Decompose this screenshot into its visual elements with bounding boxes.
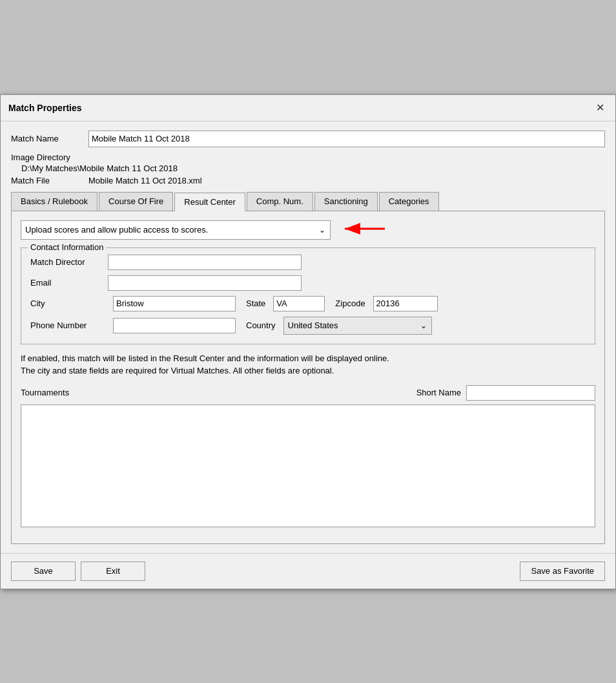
footer: Save Exit Save as Favorite <box>1 553 615 589</box>
match-director-label: Match Director <box>30 257 108 267</box>
country-select[interactable]: United States Canada United Kingdom <box>283 317 432 335</box>
match-name-label: Match Name <box>11 134 88 143</box>
tab-sanctioning[interactable]: Sanctioning <box>314 192 378 211</box>
exit-button[interactable]: Exit <box>81 562 145 581</box>
phone-label: Phone Number <box>30 320 108 330</box>
red-arrow <box>340 221 391 238</box>
city-label: City <box>30 299 108 308</box>
tab-content-resultcenter: Upload scores and allow public access to… <box>11 211 605 544</box>
contact-info-group: Contact Information Match Director Email… <box>21 247 595 344</box>
match-director-input[interactable] <box>108 255 302 270</box>
main-window: Match Properties ✕ Match Name Image Dire… <box>0 94 616 589</box>
footer-left-buttons: Save Exit <box>11 562 145 581</box>
upload-row: Upload scores and allow public access to… <box>21 220 595 240</box>
image-directory-value: D:\My Matches\Mobile Match 11 Oct 2018 <box>21 163 178 173</box>
upload-select[interactable]: Upload scores and allow public access to… <box>21 220 331 240</box>
tab-resultcenter[interactable]: Result Center <box>174 193 245 211</box>
country-select-wrapper: United States Canada United Kingdom ⌄ <box>283 317 432 335</box>
window-title: Match Properties <box>8 103 82 113</box>
tab-compnum[interactable]: Comp. Num. <box>247 192 313 211</box>
zipcode-label: Zipcode <box>335 299 365 308</box>
tab-categories[interactable]: Categories <box>379 192 439 211</box>
match-director-row: Match Director <box>30 255 586 270</box>
match-file-label: Match File <box>11 176 88 185</box>
image-directory-label: Image Directory <box>11 152 605 162</box>
save-button[interactable]: Save <box>11 562 76 581</box>
short-name-label: Short Name <box>416 388 461 397</box>
contact-info-legend: Contact Information <box>28 242 106 252</box>
match-file-value: Mobile Match 11 Oct 2018.xml <box>88 176 202 185</box>
city-input[interactable] <box>113 296 236 311</box>
phone-country-row: Phone Number Country United States Canad… <box>30 317 586 335</box>
zipcode-input[interactable] <box>373 296 438 311</box>
tab-courseoffire[interactable]: Course Of Fire <box>99 192 173 211</box>
tabs-container: Basics / Rulebook Course Of Fire Result … <box>11 192 605 211</box>
state-input[interactable] <box>273 296 325 311</box>
close-button[interactable]: ✕ <box>592 100 608 116</box>
tournaments-section: Tournaments Short Name <box>21 385 595 529</box>
email-input[interactable] <box>108 275 302 291</box>
match-name-row: Match Name <box>11 131 605 147</box>
upload-select-wrapper: Upload scores and allow public access to… <box>21 220 331 240</box>
top-section: Match Name Image Directory D:\My Matches… <box>1 121 615 553</box>
save-as-favorite-button[interactable]: Save as Favorite <box>520 562 605 581</box>
email-row: Email <box>30 275 586 291</box>
phone-input[interactable] <box>113 318 236 333</box>
info-text: If enabled, this match will be listed in… <box>21 352 595 377</box>
email-label: Email <box>30 278 108 288</box>
country-label: Country <box>246 320 276 330</box>
tournaments-textarea[interactable] <box>21 405 595 527</box>
match-name-input[interactable] <box>88 131 605 147</box>
city-state-row: City State Zipcode <box>30 296 586 311</box>
short-name-row: Short Name <box>416 385 595 401</box>
short-name-input[interactable] <box>466 385 595 401</box>
state-label: State <box>246 299 265 308</box>
tournaments-header-row: Tournaments Short Name <box>21 385 595 401</box>
title-bar: Match Properties ✕ <box>1 95 615 121</box>
tab-basics[interactable]: Basics / Rulebook <box>11 192 98 211</box>
tournaments-label: Tournaments <box>21 388 69 397</box>
